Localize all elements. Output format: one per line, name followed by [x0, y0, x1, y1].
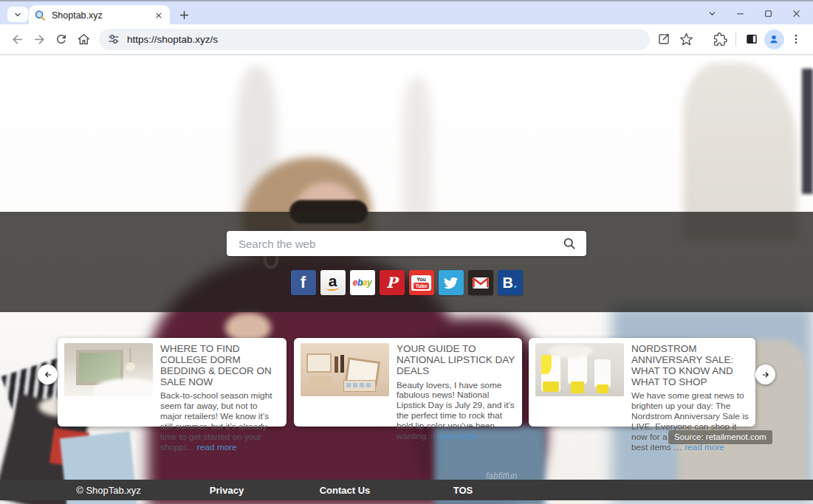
search-overlay-band	[0, 212, 813, 312]
article-title: NORDSTROM ANNIVERSARY SALE: WHAT TO KNOW…	[631, 344, 749, 387]
reload-button[interactable]	[50, 28, 72, 50]
thumb-tube-1-cap	[543, 382, 559, 392]
side-panel-icon[interactable]	[741, 28, 763, 50]
news-card-lipstick-day[interactable]: YOUR GUIDE TO NATIONAL LIPSTICK DAY DEAL…	[294, 338, 522, 427]
window-chevron-icon[interactable]	[698, 3, 726, 24]
thumb-tube-1-yellow	[541, 355, 552, 374]
chevron-down-icon	[13, 10, 22, 19]
youtube-shortcut[interactable]: You Tube	[409, 270, 434, 295]
article-title: YOUR GUIDE TO NATIONAL LIPSTICK DAY DEAL…	[397, 344, 515, 377]
thumb-cream-swoosh	[549, 345, 593, 358]
thumb-box	[309, 376, 332, 389]
thumb-pendant-lamp	[126, 362, 135, 371]
tab-search-button[interactable]	[7, 7, 28, 22]
footer-copyright: © ShopTab.xyz	[49, 485, 168, 496]
photo-cathedral-spire-mid	[402, 77, 432, 218]
footer-link-privacy[interactable]: Privacy	[168, 485, 286, 496]
source-attribution-badge: Source: retailmenot.com	[668, 430, 772, 444]
youtube-icon: You Tube	[411, 275, 430, 291]
amazon-smile-arrow	[326, 285, 338, 291]
search-magnifier-icon	[562, 236, 577, 251]
article-text: NORDSTROM ANNIVERSARY SALE: WHAT TO KNOW…	[631, 343, 749, 421]
browser-toolbar: https://shoptab.xyz/s	[0, 24, 813, 54]
footer-link-tos[interactable]: TOS	[404, 485, 522, 496]
thumb-eyeshadow-row	[346, 383, 373, 387]
tab-title: Shoptab.xyz	[52, 10, 152, 21]
extensions-puzzle-icon[interactable]	[709, 28, 731, 50]
article-title: WHERE TO FIND COLLEGE DORM BEDDING & DEC…	[160, 344, 280, 387]
article-body: Back-to-school season might seem far awa…	[160, 391, 280, 452]
toolbar-separator	[735, 32, 736, 46]
b-logo-icon: B.	[502, 275, 517, 291]
b-logo-shortcut[interactable]: B.	[498, 270, 523, 295]
home-button[interactable]	[72, 28, 95, 50]
share-icon[interactable]	[653, 28, 675, 50]
back-button[interactable]	[6, 28, 28, 50]
search-input[interactable]	[227, 238, 552, 250]
thumb-tube-3-cap	[597, 384, 608, 393]
thumb-lamp-cord	[129, 348, 131, 364]
thumb-bedding	[94, 379, 153, 396]
article-thumbnail-sunscreen	[535, 343, 624, 396]
gmail-envelope-icon	[473, 277, 489, 289]
search-submit-button[interactable]	[552, 231, 586, 256]
article-text: YOUR GUIDE TO NATIONAL LIPSTICK DAY DEAL…	[397, 343, 515, 421]
facebook-shortcut[interactable]: f	[291, 270, 316, 295]
browser-tab-strip: Shoptab.xyz	[0, 0, 813, 24]
carousel-next-button[interactable]	[755, 365, 775, 384]
forward-button[interactable]	[28, 28, 50, 50]
address-bar[interactable]: https://shoptab.xyz/s	[99, 29, 650, 50]
pinterest-shortcut[interactable]: P	[380, 270, 405, 295]
twitter-bird-icon	[444, 276, 458, 290]
thumb-tube-3	[594, 359, 611, 387]
browser-tab[interactable]: Shoptab.xyz	[29, 5, 170, 26]
article-thumbnail-cosmetics	[301, 343, 389, 396]
photo-dark-lamp-post	[802, 69, 813, 194]
bookmark-star-icon[interactable]	[675, 28, 697, 50]
article-thumbnail-bedroom	[64, 343, 153, 396]
thumb-lipstick-2	[340, 355, 344, 373]
facebook-icon: f	[301, 273, 306, 292]
ebay-shortcut[interactable]: ebay	[350, 270, 375, 295]
tab-close-icon[interactable]	[152, 10, 165, 22]
window-close-button[interactable]	[782, 3, 810, 24]
url-text: https://shoptab.xyz/s	[127, 34, 218, 45]
article-text: WHERE TO FIND COLLEGE DORM BEDDING & DEC…	[160, 343, 280, 421]
gmail-shortcut[interactable]	[468, 270, 493, 295]
arrow-right-icon	[761, 370, 771, 380]
read-more-link[interactable]: read more	[438, 431, 478, 441]
thumb-lipstick-1	[335, 356, 338, 373]
news-card-nordstrom-sale[interactable]: NORDSTROM ANNIVERSARY SALE: WHAT TO KNOW…	[529, 338, 755, 427]
pinterest-icon: P	[386, 274, 397, 291]
social-shortcuts-row: f a ebay P You Tube	[291, 270, 523, 295]
thumb-tube-2-cap	[571, 382, 584, 393]
thumb-mirror-left	[306, 353, 332, 373]
new-tab-button[interactable]	[174, 5, 194, 25]
page-footer: © ShopTab.xyz Privacy Contact Us TOS	[0, 480, 813, 500]
article-body: Beauty lovers, I have some fabulous news…	[397, 381, 515, 442]
web-search-bar	[227, 231, 586, 256]
window-controls	[698, 3, 810, 24]
footer-link-contact-us[interactable]: Contact Us	[286, 485, 404, 496]
arrow-left-icon	[43, 370, 53, 380]
carousel-prev-button[interactable]	[38, 365, 58, 384]
twitter-shortcut[interactable]	[439, 270, 464, 295]
ebay-icon: ebay	[353, 277, 371, 288]
read-more-link[interactable]: read more	[197, 442, 237, 452]
browser-menu-kebab-icon[interactable]	[785, 28, 807, 50]
profile-avatar[interactable]	[763, 28, 785, 50]
site-favicon-magnifier-icon	[34, 10, 46, 21]
site-info-icon[interactable]	[108, 33, 120, 45]
news-card-dorm-bedding[interactable]: WHERE TO FIND COLLEGE DORM BEDDING & DEC…	[58, 338, 287, 427]
window-minimize-button[interactable]	[726, 3, 754, 24]
amazon-shortcut[interactable]: a	[320, 270, 346, 295]
shoptab-page: fabfitfun f a ebay P	[0, 55, 813, 504]
window-maximize-button[interactable]	[754, 3, 782, 24]
